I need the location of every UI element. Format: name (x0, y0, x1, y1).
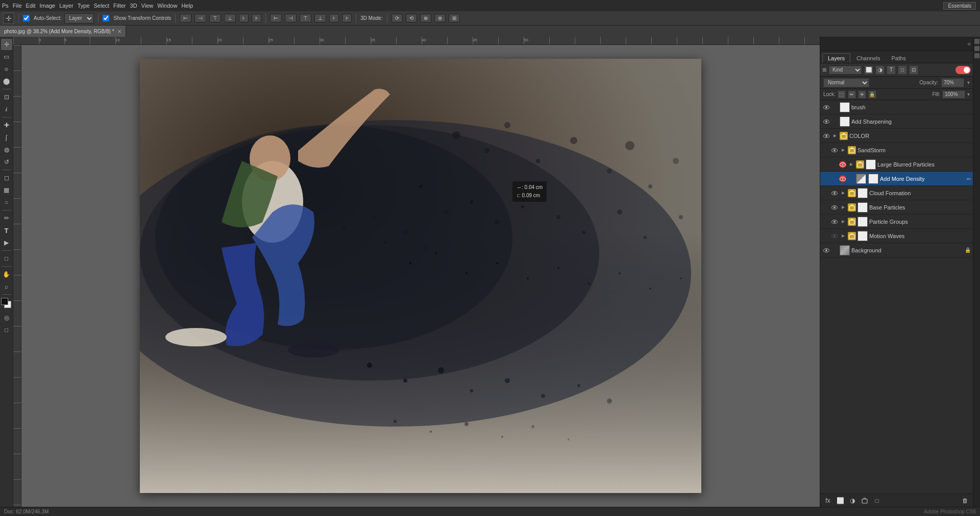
crop-btn[interactable]: ⊡ (1, 91, 12, 103)
blend-mode-select[interactable]: Normal Dissolve Multiply Screen Overlay (823, 78, 869, 87)
layer-row-particle-groups[interactable]: ▶ Particle Groups (820, 215, 973, 229)
layer-row-base-particles[interactable]: ▶ Base Particles (820, 200, 973, 215)
layer-filter-select[interactable]: Kind Name Effect Mode Attribute Color (828, 65, 862, 75)
strip-btn-3[interactable] (974, 53, 979, 58)
gradient-btn[interactable]: ▦ (1, 184, 12, 196)
workspace-essentials-btn[interactable]: Essentials (943, 2, 976, 10)
tab-channels[interactable]: Channels (851, 54, 885, 63)
dist-middle-v-btn[interactable]: ⊦ (329, 14, 339, 22)
layer-vis-particle-groups[interactable] (830, 218, 839, 226)
layers-list[interactable]: brush Add Sharpening ▶ COLOR (820, 100, 973, 494)
foreground-color[interactable] (1, 298, 8, 305)
menu-filter[interactable]: Filter (111, 2, 128, 10)
filter-toggle[interactable] (955, 66, 971, 74)
quick-mask-btn[interactable]: ◎ (1, 312, 12, 323)
menu-type[interactable]: Type (76, 2, 92, 10)
layer-row-sandstorm[interactable]: ▶ SandStorm (820, 143, 973, 157)
filter-type-btn[interactable]: T (887, 65, 896, 75)
align-right-btn[interactable]: ⊤ (209, 14, 221, 22)
strip-btn-2[interactable] (974, 46, 979, 51)
menu-image[interactable]: Image (38, 2, 58, 10)
layer-row-cloud-formation[interactable]: ▶ Cloud Formation (820, 186, 973, 200)
lock-position-btn[interactable]: ✛ (858, 90, 866, 99)
layer-row-background[interactable]: Background 🔒 (820, 243, 973, 257)
strip-btn-1[interactable] (974, 39, 979, 44)
lock-pixels-btn[interactable]: ✏ (848, 90, 856, 99)
doc-tab-close-btn[interactable]: ✕ (117, 29, 121, 34)
new-adjustment-btn[interactable]: ◑ (847, 496, 858, 506)
layer-row-brush[interactable]: brush (820, 100, 973, 114)
eraser-btn[interactable]: ◻ (1, 172, 12, 183)
pen-btn[interactable]: ✏ (1, 213, 12, 224)
transform-controls-checkbox[interactable] (103, 15, 109, 21)
dodge-btn[interactable]: ○ (1, 197, 12, 208)
zoom-btn[interactable]: ⌕ (1, 281, 12, 292)
quick-select-btn[interactable]: ⬤ (1, 76, 12, 87)
spot-heal-btn[interactable]: ✚ (1, 120, 12, 131)
align-left-btn[interactable]: ⊢ (180, 14, 191, 22)
delete-layer-btn[interactable]: 🗑 (960, 496, 971, 506)
3d-roll-btn[interactable]: ⟲ (406, 14, 417, 22)
layer-vis-motion-waves[interactable] (830, 232, 839, 240)
layer-expand-base-particles[interactable]: ▶ (840, 204, 846, 210)
opacity-input[interactable]: 70% (941, 78, 964, 87)
panel-collapse-btn[interactable]: « (967, 40, 971, 48)
3d-rotate-btn[interactable]: ⟳ (391, 14, 403, 22)
layer-vis-add-more-density[interactable] (839, 175, 847, 183)
dist-left-btn[interactable]: ⊢ (270, 14, 282, 22)
layer-expand-large-blurred-particles[interactable]: ▶ (848, 161, 854, 168)
auto-select-checkbox[interactable] (23, 15, 30, 21)
filter-adj-btn[interactable]: ◑ (875, 65, 885, 75)
layer-row-add-sharpening[interactable]: Add Sharpening (820, 114, 973, 129)
filter-pixel-btn[interactable]: ⬜ (864, 65, 873, 75)
layer-fx-btn[interactable]: fx (822, 496, 834, 506)
layer-expand-motion-waves[interactable]: ▶ (840, 233, 846, 239)
new-layer-btn[interactable]: □ (871, 496, 883, 506)
auto-select-dropdown[interactable]: Layer Group (64, 13, 94, 24)
align-top-btn[interactable]: ⊥ (224, 14, 236, 22)
tab-layers[interactable]: Layers (822, 53, 850, 63)
layer-vis-sandstorm[interactable] (830, 146, 839, 154)
layer-vis-color-group[interactable] (822, 132, 830, 140)
layer-row-large-blurred-particles[interactable]: ▶ Large Blurred Particles (820, 157, 973, 172)
hand-btn[interactable]: ✋ (1, 269, 12, 280)
filter-shape-btn[interactable]: □ (898, 65, 907, 75)
align-bottom-btn[interactable]: ⊧ (252, 14, 261, 22)
history-brush-btn[interactable]: ↺ (1, 156, 12, 168)
layer-row-color-group[interactable]: ▶ COLOR (820, 129, 973, 143)
3d-slide-btn[interactable]: ⊗ (434, 14, 446, 22)
menu-view[interactable]: View (139, 2, 156, 10)
rectangle-btn[interactable]: □ (1, 253, 12, 264)
move-tool-btn[interactable]: ✛ (1, 39, 12, 50)
layer-expand-sandstorm[interactable]: ▶ (840, 147, 846, 153)
menu-help[interactable]: Help (179, 2, 195, 10)
dist-center-h-btn[interactable]: ⊣ (285, 14, 297, 22)
dist-right-btn[interactable]: ⊤ (300, 14, 311, 22)
layer-expand-color-group[interactable]: ▶ (832, 133, 838, 139)
lasso-btn[interactable]: ⌾ (1, 63, 12, 75)
new-group-btn[interactable] (859, 496, 870, 506)
align-center-h-btn[interactable]: ⊣ (194, 14, 206, 22)
layer-vis-base-particles[interactable] (830, 203, 839, 212)
move-tool-icon[interactable]: ✛ (3, 13, 14, 24)
layer-row-motion-waves[interactable]: ▶ Motion Waves (820, 229, 973, 243)
lock-all-btn[interactable]: 🔒 (868, 90, 876, 99)
layer-vis-background[interactable] (822, 246, 830, 254)
layer-row-add-more-density[interactable]: Add More Density ✏ (820, 172, 973, 186)
lock-transparent-btn[interactable]: ⬚ (838, 90, 846, 99)
brush-btn[interactable]: ∫ (1, 132, 12, 143)
menu-window[interactable]: Window (155, 2, 179, 10)
menu-file[interactable]: File (11, 2, 24, 10)
menu-layer[interactable]: Layer (57, 2, 76, 10)
menu-3d[interactable]: 3D (128, 2, 139, 10)
eyedropper-btn[interactable]: 𝒊 (1, 104, 12, 115)
rectangular-marquee-btn[interactable]: ▭ (1, 51, 12, 62)
clone-stamp-btn[interactable]: ◍ (1, 144, 12, 155)
layer-vis-add-sharpening[interactable] (822, 118, 830, 126)
layer-vis-cloud-formation[interactable] (830, 189, 839, 197)
3d-scale-btn[interactable]: ⊞ (449, 14, 460, 22)
dist-top-btn[interactable]: ⊥ (314, 14, 326, 22)
path-select-btn[interactable]: ▶ (1, 237, 12, 248)
layer-vis-brush[interactable] (822, 103, 830, 111)
menu-edit[interactable]: Edit (24, 2, 38, 10)
